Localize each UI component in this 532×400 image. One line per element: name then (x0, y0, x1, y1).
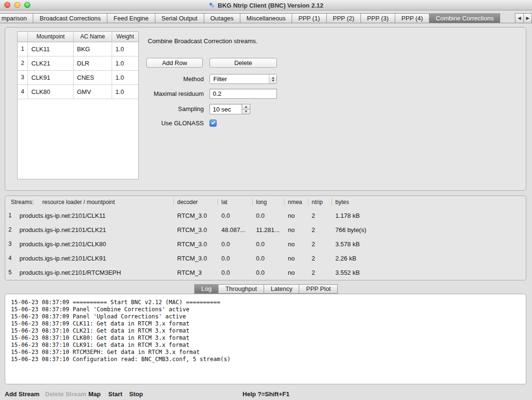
tab-broadcast-corrections[interactable]: Broadcast Corrections (33, 13, 107, 23)
add-row-button[interactable]: Add Row (146, 58, 203, 68)
cell-mountpoint[interactable]: CLK21 (28, 56, 74, 71)
streams-header: Streams: resource loader / mountpoint de… (5, 196, 526, 208)
cell-mountpoint[interactable]: CLK80 (28, 85, 74, 99)
header-ac-name: AC Name (74, 32, 112, 42)
tab-miscellaneous[interactable]: Miscellaneous (240, 13, 292, 23)
stream-row[interactable]: 1 products.igs-ip.net:2101/CLK11 RTCM_3.… (5, 208, 526, 223)
combo-stepper-icon (269, 74, 276, 84)
stream-row[interactable]: 2 products.igs-ip.net:2101/CLK21 RTCM_3.… (5, 223, 526, 237)
stream-ntrip: 2 (312, 269, 335, 276)
tab-ppp-2[interactable]: PPP (2) (327, 13, 361, 23)
row-number: 4 (18, 85, 28, 99)
add-stream-action[interactable]: Add Stream (5, 389, 39, 399)
tab-outages[interactable]: Outages (204, 13, 240, 23)
stream-decoder: RTCM_3 (177, 269, 221, 276)
cell-ac-name[interactable]: CNES (74, 71, 112, 85)
log-tabbar: Log Throughput Latency PPP Plot (0, 284, 532, 294)
statusbar: Add Stream Delete Stream Map Start Stop … (0, 389, 532, 399)
use-glonass-checkbox[interactable] (209, 120, 217, 127)
log-line: 15-06-23 08:37:10 Configuration read: BN… (11, 356, 520, 363)
zoom-window-button[interactable] (24, 2, 30, 8)
tab-throughput[interactable]: Throughput (218, 284, 264, 294)
col-header-bytes: bytes (335, 199, 349, 205)
stream-long: 0.0 (256, 255, 288, 262)
tab-latency[interactable]: Latency (264, 284, 300, 294)
tabbar-spacer (500, 13, 515, 23)
stream-ntrip: 2 (312, 226, 335, 233)
cell-ac-name[interactable]: BKG (74, 42, 112, 56)
stream-row[interactable]: 3 products.igs-ip.net:2101/CLK80 RTCM_3.… (5, 237, 526, 251)
sampling-stepper (242, 104, 250, 114)
col-header-decoder: decoder (177, 199, 198, 205)
stream-decoder: RTCM_3.0 (177, 212, 221, 219)
tab-log[interactable]: Log (194, 284, 219, 294)
table-row: 3 CLK91 CNES 1.0 (18, 71, 138, 85)
stream-lat: 0.0 (221, 255, 256, 262)
stream-nmea: no (288, 212, 312, 219)
streams-rows: 1 products.igs-ip.net:2101/CLK11 RTCM_3.… (5, 208, 526, 279)
corner-header-cell (18, 32, 28, 42)
titlebar: BKG Ntrip Client (BNC) Version 2.12 (0, 0, 532, 10)
method-select[interactable]: Filter (209, 74, 277, 84)
tab-feed-engine[interactable]: Feed Engine (107, 13, 155, 23)
panel-description: Combine Broadcast Correction streams. (148, 37, 257, 45)
log-line: 15-06-23 08:37:10 CLK80: Get data in RTC… (11, 335, 520, 342)
stream-mountpoint: products.igs-ip.net:2101/CLK80 (15, 241, 177, 248)
cell-ac-name[interactable]: DLR (74, 56, 112, 71)
cell-weight[interactable]: 1.0 (112, 42, 138, 56)
row-number: 3 (18, 71, 28, 85)
window-title: BKG Ntrip Client (BNC) Version 2.12 (218, 2, 323, 9)
tab-ppp-plot[interactable]: PPP Plot (299, 284, 338, 294)
map-action[interactable]: Map (88, 389, 101, 399)
tab-serial-output[interactable]: Serial Output (155, 13, 204, 23)
stream-bytes: 2.26 kB (335, 255, 526, 262)
cell-mountpoint[interactable]: CLK91 (28, 71, 74, 85)
delete-button[interactable]: Delete (209, 58, 277, 68)
tab-ppp-3[interactable]: PPP (3) (361, 13, 395, 23)
stream-row[interactable]: 5 products.igs-ip.net:2101/RTCM3EPH RTCM… (5, 265, 526, 279)
table-row: 1 CLK11 BKG 1.0 (18, 42, 138, 56)
stream-ntrip: 2 (312, 241, 335, 248)
mountpoint-table-header: Mountpoint AC Name Weight (18, 32, 138, 42)
stream-lat: 48.087... (221, 226, 256, 233)
app-window: BKG Ntrip Client (BNC) Version 2.12 mpar… (0, 0, 532, 400)
stream-long: 11.281... (256, 226, 288, 233)
log-line: 15-06-23 08:37:09 ========== Start BNC v… (11, 299, 520, 306)
col-header-lat: lat (221, 199, 228, 205)
method-label: Method (123, 74, 204, 84)
tab-combine-corrections[interactable]: Combine Corrections (429, 13, 500, 23)
table-row: 4 CLK80 GMV 1.0 (18, 85, 138, 99)
cell-ac-name[interactable]: GMV (74, 85, 112, 99)
stream-nmea: no (288, 269, 312, 276)
column-separator (218, 198, 218, 205)
close-window-button[interactable] (4, 2, 10, 8)
window-title-area: BKG Ntrip Client (BNC) Version 2.12 (0, 0, 532, 10)
traffic-lights (4, 2, 30, 8)
sampling-input[interactable] (209, 104, 242, 114)
start-action[interactable]: Start (108, 389, 123, 399)
stream-number: 2 (5, 226, 15, 233)
maximal-residuum-label: Maximal residuum (123, 89, 204, 99)
col-header-ntrip: ntrip (312, 199, 323, 205)
cell-mountpoint[interactable]: CLK11 (28, 42, 74, 56)
stream-row[interactable]: 4 products.igs-ip.net:2101/CLK91 RTCM_3.… (5, 251, 526, 265)
log-line: 15-06-23 08:37:10 RTCM3EPH: Get data in … (11, 349, 520, 356)
tab-ppp-1[interactable]: PPP (1) (292, 13, 326, 23)
sampling-increment-button[interactable] (242, 104, 250, 109)
sampling-decrement-button[interactable] (242, 109, 250, 115)
streams-label: Streams: (11, 199, 34, 205)
row-number: 1 (18, 42, 28, 56)
column-separator (284, 198, 285, 205)
tab-scroll-right-icon[interactable]: ▶ (523, 14, 532, 23)
cell-weight[interactable]: 1.0 (112, 56, 138, 71)
tab-scroll-left-icon[interactable]: ◀ (515, 14, 523, 23)
column-separator (252, 198, 253, 205)
minimize-window-button[interactable] (14, 2, 20, 8)
maximal-residuum-input[interactable] (209, 89, 277, 99)
tab-comparison[interactable]: mparison (0, 13, 33, 23)
header-weight: Weight (112, 32, 138, 42)
tab-ppp-4[interactable]: PPP (4) (395, 13, 429, 23)
stream-bytes: 1.178 kB (335, 212, 526, 219)
stop-action[interactable]: Stop (129, 389, 143, 399)
stream-bytes: 3.578 kB (335, 241, 526, 248)
